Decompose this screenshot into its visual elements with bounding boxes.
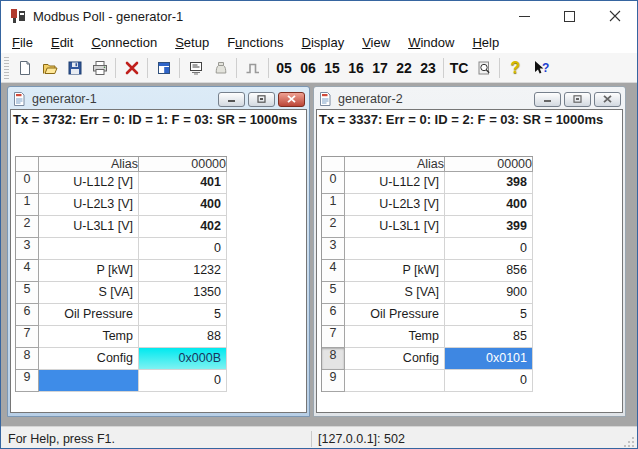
grid-cell-alias[interactable]: Config: [39, 348, 139, 370]
grid-cell-alias[interactable]: Config: [345, 348, 445, 370]
function-06-button[interactable]: 06: [296, 56, 320, 80]
row-header-current[interactable]: 8: [322, 348, 345, 370]
grid-cell-alias[interactable]: U-L1L2 [V]: [345, 172, 445, 194]
row-header[interactable]: 4: [16, 260, 39, 282]
menu-edit[interactable]: Edit: [42, 33, 82, 52]
row-header[interactable]: 4: [322, 260, 345, 282]
row-header[interactable]: 5: [322, 282, 345, 304]
grid-cell-value[interactable]: 0: [139, 370, 227, 392]
column-header-00000[interactable]: 00000: [445, 157, 533, 172]
menu-window[interactable]: Window: [399, 33, 463, 52]
grid-cell-value[interactable]: 399: [445, 216, 533, 238]
save-button[interactable]: [62, 56, 87, 80]
column-header[interactable]: [16, 157, 39, 172]
function-17-button[interactable]: 17: [368, 56, 392, 80]
grid-cell-value[interactable]: 5: [445, 304, 533, 326]
open-file-button[interactable]: [37, 56, 62, 80]
grid-cell-alias[interactable]: Temp: [345, 326, 445, 348]
grid-cell-value[interactable]: 856: [445, 260, 533, 282]
grid-cell-config-highlighted[interactable]: 0x000B: [139, 348, 227, 370]
generator-1-minimize-button[interactable]: [218, 92, 245, 107]
row-header[interactable]: 6: [322, 304, 345, 326]
grid-cell-alias[interactable]: U-L2L3 [V]: [39, 194, 139, 216]
row-header[interactable]: 6: [16, 304, 39, 326]
column-header-alias[interactable]: Alias: [39, 157, 139, 172]
grid-cell-alias[interactable]: P [kW]: [345, 260, 445, 282]
grid-cell-alias[interactable]: Oil Pressure: [345, 304, 445, 326]
generator-2-minimize-button[interactable]: [534, 92, 561, 107]
menu-view[interactable]: View: [353, 33, 399, 52]
menu-connection[interactable]: Connection: [82, 33, 166, 52]
grid-cell-value[interactable]: 1350: [139, 282, 227, 304]
column-header[interactable]: [322, 157, 345, 172]
row-header[interactable]: 5: [16, 282, 39, 304]
grid-cell-alias[interactable]: [39, 238, 139, 260]
menu-display[interactable]: Display: [293, 33, 354, 52]
row-header[interactable]: 2: [322, 216, 345, 238]
row-header[interactable]: 9: [322, 370, 345, 392]
grid-cell-value[interactable]: 402: [139, 216, 227, 238]
read-write-definition-button[interactable]: [151, 56, 176, 80]
grid-cell-value[interactable]: 0: [445, 238, 533, 260]
function-16-button[interactable]: 16: [344, 56, 368, 80]
single-poll-button[interactable]: [240, 56, 265, 80]
generator-1-restore-button[interactable]: [248, 92, 275, 107]
grid-cell-value[interactable]: 5: [139, 304, 227, 326]
toolbar-grip[interactable]: [4, 57, 9, 79]
zoom-document-button[interactable]: [471, 56, 496, 80]
minimize-button[interactable]: [502, 1, 547, 31]
test-center-button[interactable]: TC: [447, 56, 471, 80]
function-05-button[interactable]: 05: [272, 56, 296, 80]
grid-cell-alias[interactable]: S [VA]: [345, 282, 445, 304]
row-header[interactable]: 9: [16, 370, 39, 392]
row-header[interactable]: 2: [16, 216, 39, 238]
grid-cell-alias[interactable]: P [kW]: [39, 260, 139, 282]
grid-cell-alias[interactable]: U-L3L1 [V]: [39, 216, 139, 238]
generator-2-close-button[interactable]: [594, 92, 621, 107]
grid-cell-config-selected[interactable]: 0x0101: [445, 348, 533, 370]
grid-cell-value[interactable]: 400: [139, 194, 227, 216]
grid-cell-alias[interactable]: U-L1L2 [V]: [39, 172, 139, 194]
row-header[interactable]: 0: [16, 172, 39, 194]
function-15-button[interactable]: 15: [320, 56, 344, 80]
function-22-button[interactable]: 22: [392, 56, 416, 80]
row-header[interactable]: 7: [16, 326, 39, 348]
grid-cell-alias[interactable]: S [VA]: [39, 282, 139, 304]
print-button[interactable]: [87, 56, 112, 80]
grid-cell-value[interactable]: 1232: [139, 260, 227, 282]
row-header[interactable]: 3: [16, 238, 39, 260]
grid-cell-selected[interactable]: [39, 370, 139, 392]
row-header[interactable]: 0: [322, 172, 345, 194]
close-button[interactable]: [592, 1, 637, 31]
menu-functions[interactable]: Functions: [218, 33, 292, 52]
title-bar[interactable]: Modbus Poll - generator-1: [1, 1, 637, 31]
grid-cell-value[interactable]: 401: [139, 172, 227, 194]
grid-cell-value[interactable]: 85: [445, 326, 533, 348]
generator-1-title-bar[interactable]: generator-1: [10, 89, 307, 109]
grid-cell-alias[interactable]: [345, 370, 445, 392]
menu-setup[interactable]: Setup: [166, 33, 218, 52]
row-header[interactable]: 3: [322, 238, 345, 260]
grid-cell-alias[interactable]: [345, 238, 445, 260]
communication-traffic-button[interactable]: [183, 56, 208, 80]
grid-cell-alias[interactable]: U-L3L1 [V]: [345, 216, 445, 238]
row-header[interactable]: 1: [322, 194, 345, 216]
maximize-button[interactable]: [547, 1, 592, 31]
grid-cell-value[interactable]: 398: [445, 172, 533, 194]
help-button[interactable]: ?: [503, 56, 528, 80]
row-header[interactable]: 7: [322, 326, 345, 348]
grid-cell-value[interactable]: 400: [445, 194, 533, 216]
new-file-button[interactable]: [12, 56, 37, 80]
grid-cell-value[interactable]: 88: [139, 326, 227, 348]
row-header[interactable]: 1: [16, 194, 39, 216]
grid-cell-value[interactable]: 0: [445, 370, 533, 392]
grid-cell-alias[interactable]: Temp: [39, 326, 139, 348]
disconnect-button[interactable]: [119, 56, 144, 80]
generator-1-close-button[interactable]: [278, 92, 305, 107]
grid-cell-value[interactable]: 900: [445, 282, 533, 304]
column-header-00000[interactable]: 00000: [139, 157, 227, 172]
column-header-alias[interactable]: Alias: [345, 157, 445, 172]
grid-cell-alias[interactable]: Oil Pressure: [39, 304, 139, 326]
generator-2-restore-button[interactable]: [564, 92, 591, 107]
function-23-button[interactable]: 23: [416, 56, 440, 80]
